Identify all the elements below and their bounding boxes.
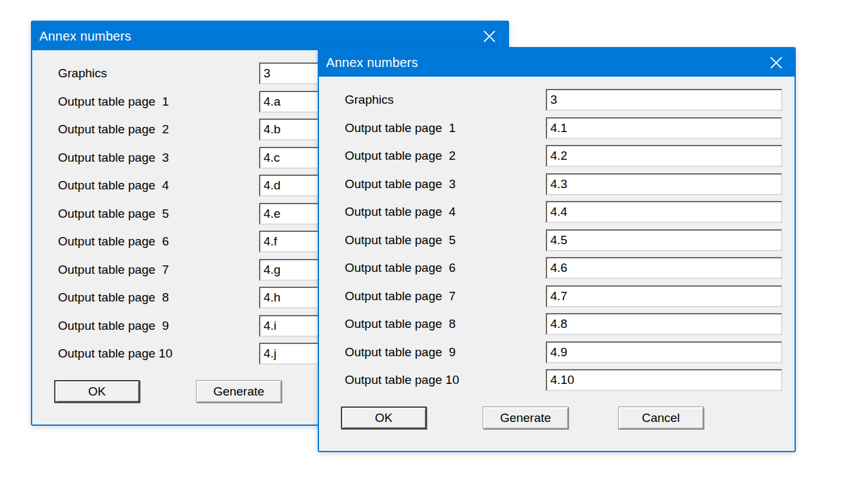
row-output-table-page-8: Output table page 8	[319, 313, 795, 335]
output-table-page-3-label: Output table page 3	[345, 177, 456, 191]
graphics-label: Graphics	[58, 66, 107, 81]
output-table-page-7-input[interactable]	[546, 285, 782, 307]
row-output-table-page-1: Output table page 1	[319, 117, 795, 139]
dialog-title: Annex numbers	[39, 29, 131, 44]
output-table-page-1-label: Output table page 1	[58, 95, 169, 109]
output-table-page-10-label: Output table page 10	[58, 347, 172, 361]
output-table-page-4-label: Output table page 4	[345, 205, 456, 219]
output-table-page-9-label: Output table page 9	[345, 345, 456, 359]
close-icon	[483, 30, 496, 43]
row-output-table-page-9: Output table page 9	[319, 341, 795, 363]
generate-button[interactable]: Generate	[483, 406, 568, 429]
output-table-page-5-input[interactable]	[546, 229, 782, 251]
output-table-page-5-label: Output table page 5	[58, 207, 169, 221]
output-table-page-2-input[interactable]	[546, 145, 782, 167]
output-table-page-8-input[interactable]	[546, 313, 782, 335]
output-table-page-7-label: Output table page 7	[345, 289, 456, 303]
output-table-page-3-label: Output table page 3	[58, 151, 169, 165]
row-output-table-page-10: Output table page 10	[319, 369, 795, 391]
output-table-page-1-label: Output table page 1	[345, 121, 456, 135]
ok-button[interactable]: OK	[54, 380, 140, 403]
output-table-page-10-label: Output table page 10	[345, 373, 459, 387]
close-button[interactable]	[760, 48, 792, 77]
generate-button[interactable]: Generate	[196, 380, 282, 403]
output-table-page-2-label: Output table page 2	[345, 149, 456, 163]
output-table-page-9-input[interactable]	[546, 341, 782, 363]
close-icon	[769, 56, 783, 70]
output-table-page-8-label: Output table page 8	[58, 291, 169, 305]
output-table-page-5-label: Output table page 5	[345, 233, 456, 247]
output-table-page-8-label: Output table page 8	[345, 317, 456, 331]
graphics-label: Graphics	[345, 93, 394, 107]
output-table-page-10-input[interactable]	[546, 369, 782, 391]
output-table-page-4-input[interactable]	[546, 201, 782, 223]
output-table-page-2-label: Output table page 2	[58, 122, 169, 137]
output-table-page-6-input[interactable]	[546, 257, 782, 279]
row-output-table-page-5: Output table page 5	[319, 229, 795, 251]
close-button[interactable]	[473, 22, 505, 50]
dialog-titlebar[interactable]: Annex numbers	[32, 22, 508, 50]
ok-button[interactable]: OK	[341, 406, 427, 429]
row-graphics: Graphics	[319, 89, 795, 111]
graphics-input[interactable]	[546, 89, 782, 111]
row-output-table-page-7: Output table page 7	[319, 285, 795, 307]
output-table-page-9-label: Output table page 9	[58, 319, 169, 333]
annex-numbers-dialog-front: Annex numbers Graphics Output table page…	[318, 47, 796, 452]
dialog-titlebar[interactable]: Annex numbers	[319, 48, 795, 77]
row-output-table-page-2: Output table page 2	[319, 145, 795, 167]
output-table-page-7-label: Output table page 7	[58, 263, 169, 277]
output-table-page-3-input[interactable]	[546, 173, 782, 195]
output-table-page-6-label: Output table page 6	[345, 261, 456, 275]
row-output-table-page-6: Output table page 6	[319, 257, 795, 279]
output-table-page-6-label: Output table page 6	[58, 234, 169, 249]
cancel-button[interactable]: Cancel	[618, 406, 704, 429]
output-table-page-1-input[interactable]	[546, 117, 782, 139]
row-output-table-page-3: Output table page 3	[319, 173, 795, 195]
output-table-page-4-label: Output table page 4	[58, 178, 169, 193]
dialog-title: Annex numbers	[326, 55, 418, 70]
row-output-table-page-4: Output table page 4	[319, 201, 795, 223]
